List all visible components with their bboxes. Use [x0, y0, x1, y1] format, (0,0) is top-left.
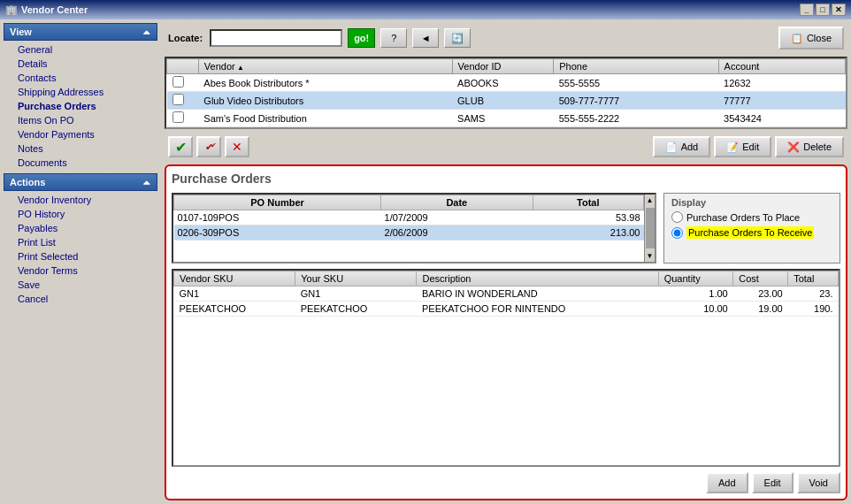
sidebar-item-details[interactable]: Details — [4, 57, 157, 71]
uncheck-button[interactable]: ✕ — [225, 136, 249, 157]
row-checkbox[interactable] — [172, 94, 184, 105]
detail-vendor-sku: GN1 — [174, 286, 295, 302]
po-total: 213.00 — [533, 225, 643, 241]
check-all-button[interactable]: ✔ — [168, 136, 193, 157]
po-add-button[interactable]: Add — [706, 472, 748, 493]
row-account: 77777 — [718, 92, 845, 110]
po-list-row[interactable]: 0206-309POS 2/06/2009 213.00 — [174, 225, 644, 241]
po-list-scrollbar[interactable]: ▲ ▼ — [644, 195, 655, 262]
detail-total: 23. — [788, 286, 839, 302]
col-header-account[interactable]: Account — [718, 59, 845, 74]
col-header-phone[interactable]: Phone — [554, 59, 718, 74]
po-edit-button[interactable]: Edit — [752, 472, 794, 493]
help-button[interactable]: ? — [380, 28, 407, 48]
minimize-button[interactable]: _ — [800, 4, 814, 16]
window-controls: _ □ ✕ — [800, 4, 846, 16]
locate-input[interactable] — [210, 29, 342, 47]
scroll-down-arrow[interactable]: ▼ — [645, 250, 656, 262]
po-void-button[interactable]: Void — [797, 472, 840, 493]
view-label: View — [10, 27, 32, 37]
po-number: 0206-309POS — [174, 225, 381, 241]
detail-col-description[interactable]: Description — [417, 271, 658, 286]
row-check[interactable] — [167, 110, 199, 127]
sidebar-item-general[interactable]: General — [4, 42, 157, 57]
sidebar-item-payables[interactable]: Payables — [4, 221, 157, 235]
po-top: PO Number Date Total 0107-109POS 1/07/20… — [172, 193, 840, 263]
go-button[interactable]: go! — [348, 28, 375, 48]
sidebar-item-purchase-orders[interactable]: Purchase Orders — [4, 99, 157, 113]
sidebar-item-save[interactable]: Save — [4, 278, 157, 292]
close-icon: 📋 — [791, 33, 803, 44]
row-check[interactable] — [167, 92, 199, 110]
sidebar-item-vendor-terms[interactable]: Vendor Terms — [4, 263, 157, 278]
detail-col-vendor-sku[interactable]: Vendor SKU — [174, 271, 295, 286]
row-vendor: Abes Book Distributors * — [198, 74, 452, 92]
detail-quantity: 1.00 — [658, 286, 733, 302]
add-vendor-button[interactable]: 📄 Add — [653, 136, 711, 157]
detail-vendor-sku: PEEKATCHOO — [174, 302, 295, 317]
table-row[interactable]: Abes Book Distributors * ABOOKS 555-5555… — [167, 74, 846, 92]
check-selected-button[interactable]: ✔✔ — [196, 136, 221, 157]
col-header-vendor-id[interactable]: Vendor ID — [452, 59, 554, 74]
po-receive-radio-row[interactable]: Purchase Orders To Receive — [671, 226, 832, 239]
col-header-vendor[interactable]: Vendor — [198, 59, 452, 74]
row-account: 3543424 — [718, 110, 845, 127]
sidebar-item-print-selected[interactable]: Print Selected — [4, 249, 157, 263]
row-check[interactable] — [167, 74, 199, 92]
detail-col-cost[interactable]: Cost — [733, 271, 788, 286]
detail-row[interactable]: PEEKATCHOO PEEKATCHOO PEEKATCHOO FOR NIN… — [174, 302, 839, 317]
window-close-button[interactable]: ✕ — [832, 4, 846, 16]
actions-section-header: Actions ⏶ — [4, 173, 157, 191]
po-place-radio[interactable] — [671, 211, 683, 223]
detail-col-total[interactable]: Total — [788, 271, 839, 286]
row-vendor-id: GLUB — [452, 92, 554, 110]
po-void-label: Void — [809, 477, 828, 488]
po-place-radio-row[interactable]: Purchase Orders To Place — [671, 211, 832, 223]
detail-col-quantity[interactable]: Quantity — [658, 271, 733, 286]
detail-cost: 19.00 — [733, 302, 788, 317]
row-phone: 555-555-2222 — [554, 110, 718, 127]
sidebar-item-notes[interactable]: Notes — [4, 141, 157, 156]
edit-vendor-button[interactable]: 📝 Edit — [714, 136, 771, 157]
po-list-row[interactable]: 0107-109POS 1/07/2009 53.98 — [174, 210, 644, 225]
sidebar-item-po-history[interactable]: PO History — [4, 207, 157, 221]
delete-vendor-button[interactable]: ❌ Delete — [775, 136, 844, 157]
sidebar-item-print-list[interactable]: Print List — [4, 235, 157, 249]
po-col-date[interactable]: Date — [381, 195, 533, 210]
display-box: Display Purchase Orders To Place Purchas… — [663, 193, 840, 263]
sidebar-item-vendor-payments[interactable]: Vendor Payments — [4, 127, 157, 141]
po-col-total[interactable]: Total — [533, 195, 643, 210]
scroll-up-arrow[interactable]: ▲ — [645, 195, 656, 206]
close-button[interactable]: 📋 Close — [778, 27, 844, 50]
sidebar-item-shipping[interactable]: Shipping Addresses — [4, 85, 157, 99]
back-button[interactable]: ◄ — [412, 28, 439, 48]
vendor-panel: Vendor Vendor ID Phone Account Abes Book… — [165, 57, 847, 129]
po-list-table: PO Number Date Total 0107-109POS 1/07/20… — [173, 195, 644, 241]
table-row[interactable]: Sam's Food Distribution SAMS 555-555-222… — [167, 110, 846, 127]
po-col-number[interactable]: PO Number — [174, 195, 381, 210]
table-row[interactable]: Glub Video Distributors GLUB 509-777-777… — [167, 92, 846, 110]
sidebar-item-vendor-inventory[interactable]: Vendor Inventory — [4, 193, 157, 207]
maximize-button[interactable]: □ — [816, 4, 830, 16]
po-receive-radio[interactable] — [671, 227, 683, 239]
actions-chevron-icon: ⏶ — [142, 178, 151, 187]
detail-col-your-sku[interactable]: Your SKU — [295, 271, 417, 286]
sidebar-item-contacts[interactable]: Contacts — [4, 71, 157, 85]
row-checkbox[interactable] — [172, 76, 184, 88]
add-icon: 📄 — [665, 141, 678, 153]
content-area: Locate: go! ? ◄ 🔄 📋 Close Vendor Vendor … — [161, 19, 851, 504]
toolbar: Locate: go! ? ◄ 🔄 📋 Close — [165, 23, 847, 53]
row-vendor: Sam's Food Distribution — [198, 110, 452, 127]
row-phone: 509-777-7777 — [554, 92, 718, 110]
row-checkbox[interactable] — [172, 111, 184, 123]
view-chevron-icon: ⏶ — [142, 27, 151, 37]
row-phone: 555-5555 — [554, 74, 718, 92]
sidebar-item-cancel[interactable]: Cancel — [4, 292, 157, 306]
sidebar-item-documents[interactable]: Documents — [4, 156, 157, 170]
refresh-button[interactable]: 🔄 — [444, 28, 471, 48]
sidebar-item-items-on-po[interactable]: Items On PO — [4, 113, 157, 127]
scroll-thumb[interactable] — [646, 208, 655, 248]
detail-row[interactable]: GN1 GN1 BARIO IN WONDERLAND 1.00 23.00 2… — [174, 286, 839, 302]
row-vendor-id: SAMS — [452, 110, 554, 127]
title-bar: 🏢 Vendor Center _ □ ✕ — [0, 0, 851, 19]
